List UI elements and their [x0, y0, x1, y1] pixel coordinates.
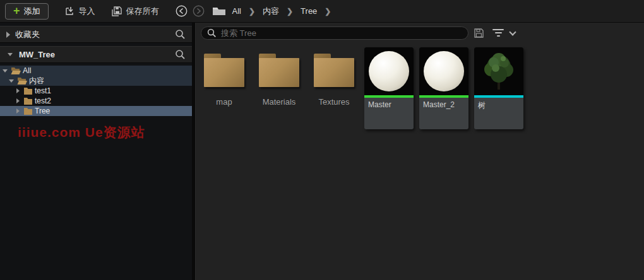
- tree-item-test1[interactable]: test1: [0, 86, 192, 96]
- breadcrumb-chevron-icon: ❯: [249, 7, 255, 16]
- search-input[interactable]: [221, 28, 462, 38]
- folder-icon: [204, 54, 244, 90]
- save-all-button[interactable]: 保存所有: [112, 6, 159, 17]
- chevron-right-icon: [16, 88, 20, 93]
- tree-item-label: All: [23, 66, 31, 75]
- chevron-right-icon: [16, 98, 20, 103]
- asset-item-master[interactable]: Master: [364, 47, 414, 129]
- filter-icon[interactable]: [492, 29, 504, 37]
- save-search-icon[interactable]: [474, 28, 484, 38]
- asset-grid: map Materials Textures: [196, 43, 644, 129]
- folder-icon: [259, 54, 299, 90]
- tree-item-label: Tree: [35, 107, 50, 115]
- material-thumbnail: [364, 47, 414, 95]
- tree-item-label: 内容: [29, 76, 44, 86]
- import-label: 导入: [79, 6, 95, 17]
- import-button[interactable]: 导入: [65, 6, 95, 17]
- asset-item-master-2[interactable]: Master_2: [419, 47, 468, 129]
- tree-item-label: test1: [35, 86, 51, 95]
- open-folder-icon: [11, 67, 21, 75]
- add-button-label: 添加: [24, 6, 40, 17]
- toolbar: + 添加 导入 保存所有: [0, 0, 644, 23]
- breadcrumb-item-content[interactable]: 内容: [263, 6, 279, 17]
- breadcrumb-chevron-icon: ❯: [287, 7, 293, 16]
- search-row: [196, 23, 644, 43]
- folder-name: Materials: [263, 97, 296, 107]
- save-all-label: 保存所有: [126, 6, 159, 17]
- save-all-icon: [112, 6, 122, 16]
- tree-item-content[interactable]: 内容: [0, 76, 192, 86]
- folder-path-icon: [212, 6, 226, 16]
- asset-name: Master_2: [419, 98, 468, 112]
- plus-icon: +: [13, 5, 20, 16]
- search-icon: [207, 28, 217, 38]
- folder-tree: All 内容: [0, 66, 192, 116]
- search-icon[interactable]: [175, 49, 186, 60]
- tree-item-label: test2: [35, 96, 51, 105]
- tree-item-tree-selected[interactable]: Tree: [0, 106, 192, 116]
- folder-icon: [23, 97, 33, 105]
- back-button[interactable]: [176, 5, 188, 17]
- chevron-down-icon: [3, 69, 8, 73]
- chevron-down-icon: [8, 53, 13, 56]
- favorites-label: 收藏夹: [15, 29, 40, 40]
- tree-preview: [478, 49, 520, 93]
- search-bar[interactable]: [201, 26, 468, 40]
- add-button[interactable]: + 添加: [5, 3, 49, 20]
- folder-name: map: [216, 97, 232, 107]
- material-thumbnail: [419, 47, 468, 95]
- folder-icon: [314, 54, 354, 90]
- chevron-right-icon: [16, 108, 20, 114]
- sidebar: 收藏夹 MW_Tree: [0, 23, 192, 280]
- content-browser: + 添加 导入 保存所有: [0, 0, 644, 280]
- chevron-right-icon: [6, 32, 10, 38]
- folder-icon: [23, 107, 33, 115]
- tree-item-test2[interactable]: test2: [0, 96, 192, 106]
- collection-label: MW_Tree: [19, 50, 55, 59]
- asset-panel: map Materials Textures: [196, 23, 644, 280]
- history-nav: [176, 5, 226, 17]
- favorites-header[interactable]: 收藏夹: [0, 26, 192, 43]
- asset-name: 树: [474, 98, 523, 114]
- breadcrumb-chevron-icon: ❯: [325, 7, 331, 16]
- folder-item-textures[interactable]: Textures: [309, 47, 359, 107]
- breadcrumb-item-tree[interactable]: Tree: [301, 6, 317, 16]
- tree-item-all[interactable]: All: [0, 66, 192, 76]
- folder-name: Textures: [318, 97, 349, 107]
- folder-icon: [23, 87, 33, 95]
- folder-item-map[interactable]: map: [200, 47, 249, 107]
- import-icon: [65, 6, 75, 16]
- chevron-down-icon[interactable]: [509, 28, 516, 35]
- open-folder-icon: [17, 77, 27, 85]
- asset-name: Master: [364, 98, 414, 112]
- folder-item-materials[interactable]: Materials: [254, 47, 304, 107]
- collection-header[interactable]: MW_Tree: [0, 46, 192, 63]
- watermark-text: iiiue.com Ue资源站: [18, 124, 192, 141]
- mesh-thumbnail: [474, 47, 523, 95]
- material-sphere-preview: [424, 51, 464, 91]
- breadcrumb-item-all[interactable]: All: [232, 6, 241, 16]
- chevron-down-icon: [9, 79, 14, 83]
- asset-item-tree-mesh[interactable]: 树: [474, 47, 523, 129]
- search-icon[interactable]: [175, 29, 186, 40]
- forward-button[interactable]: [193, 5, 205, 17]
- material-sphere-preview: [369, 51, 409, 91]
- breadcrumb: All ❯ 内容 ❯ Tree ❯: [232, 6, 331, 17]
